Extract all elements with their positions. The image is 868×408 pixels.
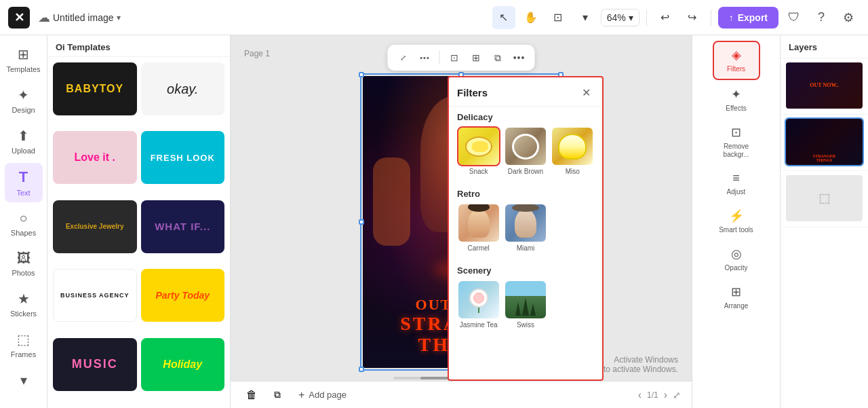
- opacity-icon: ◎: [731, 246, 742, 261]
- filter-item-snack[interactable]: Snack: [457, 128, 500, 175]
- template-business-agency[interactable]: BUSINESS AGENCY: [53, 269, 137, 322]
- template-music[interactable]: MUSIC: [53, 338, 137, 391]
- photos-icon: 🖼: [17, 251, 31, 266]
- filter-items-retro: Carmel Miami: [457, 204, 594, 252]
- right-sidebar-effects[interactable]: ✦ Effects: [713, 81, 760, 118]
- right-sidebar-filters[interactable]: ◈ Filters: [713, 41, 760, 80]
- right-sidebar-adjust[interactable]: ≡ Adjust: [713, 166, 760, 202]
- right-sidebar-arrange[interactable]: ⊞ Arrange: [713, 279, 760, 316]
- filter-name-jasmine-tea: Jasmine Tea: [460, 321, 498, 329]
- help-button[interactable]: ?: [810, 6, 833, 29]
- frame-tool-button[interactable]: ⊡: [547, 6, 570, 29]
- template-babytoy[interactable]: BABYTOY: [53, 62, 137, 115]
- layer-item-outnow[interactable]: OUT NOW..: [781, 58, 868, 115]
- sidebar-item-stickers[interactable]: ★ Stickers: [5, 285, 43, 323]
- smart-tools-icon: ⚡: [729, 208, 744, 223]
- copy-tool-button[interactable]: ⧉: [488, 48, 508, 68]
- settings-button[interactable]: ⚙: [837, 6, 860, 29]
- expand-canvas-button[interactable]: ⤢: [393, 48, 414, 68]
- template-fresh-look[interactable]: FRESH LOOK: [141, 131, 225, 184]
- delete-button[interactable]: 🗑: [241, 385, 262, 405]
- copy-button[interactable]: ⧉: [267, 385, 288, 405]
- filter-thumb-miso: [552, 128, 593, 165]
- frames-icon: ⬚: [17, 331, 30, 348]
- page-prev-button[interactable]: ‹: [638, 389, 642, 401]
- filter-item-swiss[interactable]: Swiss: [504, 281, 547, 329]
- right-sidebar-remove-bg[interactable]: ⊡ Remove backgr...: [713, 119, 760, 164]
- sidebar-item-frames[interactable]: ⬚ Frames: [5, 326, 43, 364]
- add-page-label: Add page: [309, 390, 347, 400]
- filter-section-title-delicacy: Delicacy: [457, 112, 594, 122]
- canvas-expand-button[interactable]: ⤢: [673, 390, 681, 401]
- export-icon: ↑: [729, 12, 734, 23]
- filter-items-scenery: Jasmine Tea: [457, 281, 594, 329]
- filter-item-miso[interactable]: Miso: [551, 128, 594, 175]
- filter-item-jasmine-tea[interactable]: Jasmine Tea: [457, 281, 500, 329]
- layer-item-blank[interactable]: ⬚: [781, 171, 868, 227]
- sidebar-item-design[interactable]: ✦ Design: [5, 81, 43, 119]
- templates-panel-header: Oi Templates: [47, 35, 230, 57]
- filter-thumb-carmel: [458, 204, 499, 242]
- sidebar-item-text[interactable]: T Text: [5, 163, 43, 202]
- filename-chevron-icon[interactable]: ▾: [117, 13, 121, 22]
- add-page-button[interactable]: + Add page: [293, 386, 352, 404]
- layer-item-stranger[interactable]: STRANGERTHINGS: [781, 115, 868, 171]
- templates-panel: Oi Templates BABYTOY okay. Love it . FRE…: [47, 35, 231, 408]
- main-layout: ⊞ Templates ✦ Design ⬆ Upload T Text ○ S…: [0, 35, 868, 408]
- template-exclusive-jewelry[interactable]: Exclusive Jewelry: [53, 200, 137, 253]
- sidebar-item-more[interactable]: ▾: [5, 367, 43, 394]
- right-sidebar-smart-tools[interactable]: ⚡ Smart tools: [713, 203, 760, 240]
- shield-button[interactable]: 🛡: [783, 6, 806, 29]
- zoom-control[interactable]: 64% ▾: [601, 9, 639, 26]
- filters-panel: Filters ✕ Delicacy: [448, 76, 604, 381]
- sidebar-item-templates[interactable]: ⊞ Templates: [5, 41, 43, 79]
- design-label: Design: [12, 106, 35, 114]
- right-sidebar-opacity[interactable]: ◎ Opacity: [713, 241, 760, 278]
- crop-tool-button[interactable]: ⊡: [444, 48, 465, 68]
- hand-tool-button[interactable]: ✋: [519, 6, 542, 29]
- template-what-if[interactable]: WHAT IF...: [141, 200, 225, 253]
- filter-section-title-retro: Retro: [457, 189, 594, 199]
- right-sidebar-tools: ◈ Filters ✦ Effects ⊡ Remove backgr... ≡…: [692, 35, 780, 408]
- undo-button[interactable]: ↩: [654, 6, 677, 29]
- stickers-label: Stickers: [10, 310, 37, 318]
- filter-item-dark-brown[interactable]: Dark Brown: [504, 128, 547, 175]
- filters-header: Filters ✕: [449, 77, 602, 107]
- filter-item-miami[interactable]: Miami: [504, 204, 547, 252]
- filters-close-button[interactable]: ✕: [578, 84, 594, 100]
- layers-header: Layers: [781, 35, 868, 58]
- template-okay[interactable]: okay.: [141, 62, 225, 115]
- shapes-icon: ○: [19, 210, 27, 226]
- filters-icon: ◈: [732, 48, 741, 62]
- upload-icon: ⬆: [18, 128, 29, 144]
- sidebar-item-upload[interactable]: ⬆ Upload: [5, 122, 43, 160]
- grid-tool-button[interactable]: ⊞: [466, 48, 486, 68]
- more-icon: ▾: [20, 372, 27, 388]
- effects-label: Effects: [726, 105, 746, 113]
- remove-bg-label: Remove backgr...: [715, 143, 757, 159]
- page-next-button[interactable]: ›: [664, 389, 667, 401]
- filters-title: Filters: [457, 87, 488, 98]
- template-holiday[interactable]: Holiday: [141, 338, 225, 391]
- options-canvas-button[interactable]: •••: [415, 48, 435, 68]
- sidebar-item-photos[interactable]: 🖼 Photos: [5, 245, 43, 282]
- adjust-icon: ≡: [732, 171, 740, 185]
- filter-name-miso: Miso: [566, 168, 580, 175]
- templates-icon: ⊞: [18, 46, 29, 62]
- export-button[interactable]: ↑ Export: [718, 7, 778, 29]
- redo-button[interactable]: ↪: [681, 6, 704, 29]
- sidebar-item-shapes[interactable]: ○ Shapes: [5, 205, 43, 242]
- frame-options-button[interactable]: ▾: [574, 6, 597, 29]
- export-label: Export: [738, 12, 768, 23]
- topbar: ✕ ☁ Untitled image ▾ ↖ ✋ ⊡ ▾ 64% ▾ ↩ ↪ ↑…: [0, 0, 868, 35]
- filter-item-carmel[interactable]: Carmel: [457, 204, 500, 252]
- template-love-it[interactable]: Love it .: [53, 131, 137, 184]
- more-tools-button[interactable]: •••: [509, 48, 530, 68]
- select-tool-button[interactable]: ↖: [492, 6, 515, 29]
- filter-thumb-miami: [505, 204, 546, 242]
- zoom-level: 64%: [607, 12, 626, 23]
- app-logo: ✕: [8, 7, 30, 29]
- photos-label: Photos: [12, 269, 35, 277]
- filter-section-title-scenery: Scenery: [457, 265, 594, 276]
- template-party-today[interactable]: Party Today: [141, 269, 225, 322]
